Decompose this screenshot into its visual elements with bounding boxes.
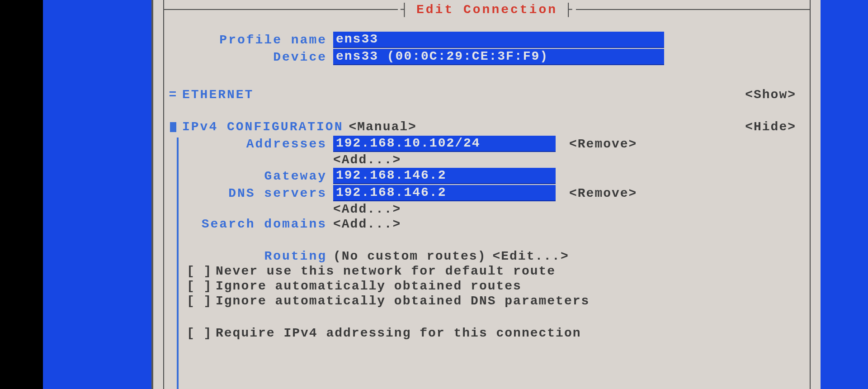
title-bracket-left: ┤ — [398, 3, 412, 17]
ipv4-section-bar — [177, 138, 179, 389]
device-label: Device — [164, 50, 333, 64]
checkbox-require-ipv4[interactable]: [ ] Require IPv4 addressing for this con… — [164, 326, 810, 340]
checkbox-ignore-routes-label: Ignore automatically obtained routes — [216, 279, 522, 293]
checkbox-ignore-dns-label: Ignore automatically obtained DNS parame… — [216, 294, 590, 308]
search-domains-add-button[interactable]: <Add...> — [333, 217, 401, 231]
checkbox-require-ipv4-label: Require IPv4 addressing for this connect… — [216, 326, 581, 340]
ethernet-marker: = — [164, 88, 182, 102]
search-domains-label: Search domains — [164, 217, 333, 231]
ipv4-marker — [164, 120, 182, 134]
ethernet-show-button[interactable]: <Show> — [745, 88, 796, 102]
routing-edit-button[interactable]: <Edit...> — [492, 249, 569, 263]
dialog-frame: ┤ Edit Connection ├ Profile name ens33 D… — [163, 0, 811, 389]
title-bracket-right: ├ — [562, 3, 576, 17]
checkbox-box-icon: [ ] — [187, 279, 216, 293]
ipv4-hide-button[interactable]: <Hide> — [745, 120, 796, 134]
checkbox-box-icon: [ ] — [187, 326, 216, 340]
edit-connection-dialog: ┤ Edit Connection ├ Profile name ens33 D… — [151, 0, 821, 389]
dns-servers-label: DNS servers — [164, 186, 333, 200]
checkbox-never-default-label: Never use this network for default route — [216, 264, 556, 278]
ethernet-header: ETHERNET — [182, 88, 254, 102]
address-remove-button[interactable]: <Remove> — [569, 137, 637, 151]
checkbox-never-default[interactable]: [ ] Never use this network for default r… — [164, 264, 810, 278]
dns-add-button[interactable]: <Add...> — [333, 202, 401, 216]
address-add-button[interactable]: <Add...> — [333, 153, 401, 167]
ipv4-header: IPv4 CONFIGURATION — [182, 120, 343, 134]
dialog-content: Profile name ens33 Device ens33 (00:0C:2… — [164, 27, 810, 389]
profile-name-input[interactable]: ens33 — [333, 32, 664, 48]
dialog-title-bar: ┤ Edit Connection ├ — [164, 0, 810, 19]
dns-remove-button[interactable]: <Remove> — [569, 186, 637, 200]
profile-name-label: Profile name — [164, 33, 333, 47]
address-input-0[interactable]: 192.168.10.102/24 — [333, 136, 556, 152]
routing-label: Routing — [164, 249, 333, 263]
checkbox-ignore-routes[interactable]: [ ] Ignore automatically obtained routes — [164, 279, 810, 293]
screen-root: ┤ Edit Connection ├ Profile name ens33 D… — [0, 0, 868, 389]
checkbox-ignore-dns[interactable]: [ ] Ignore automatically obtained DNS pa… — [164, 294, 810, 308]
device-input[interactable]: ens33 (00:0C:29:CE:3F:F9) — [333, 49, 664, 65]
ipv4-mode-select[interactable]: <Manual> — [349, 120, 416, 134]
addresses-label: Addresses — [164, 137, 333, 151]
dialog-title: Edit Connection — [412, 3, 562, 17]
checkbox-box-icon: [ ] — [187, 264, 216, 278]
gateway-input[interactable]: 192.168.146.2 — [333, 168, 556, 184]
gateway-label: Gateway — [164, 169, 333, 183]
checkbox-box-icon: [ ] — [187, 294, 216, 308]
routing-value: (No custom routes) — [333, 249, 486, 263]
dns-input-0[interactable]: 192.168.146.2 — [333, 185, 556, 201]
